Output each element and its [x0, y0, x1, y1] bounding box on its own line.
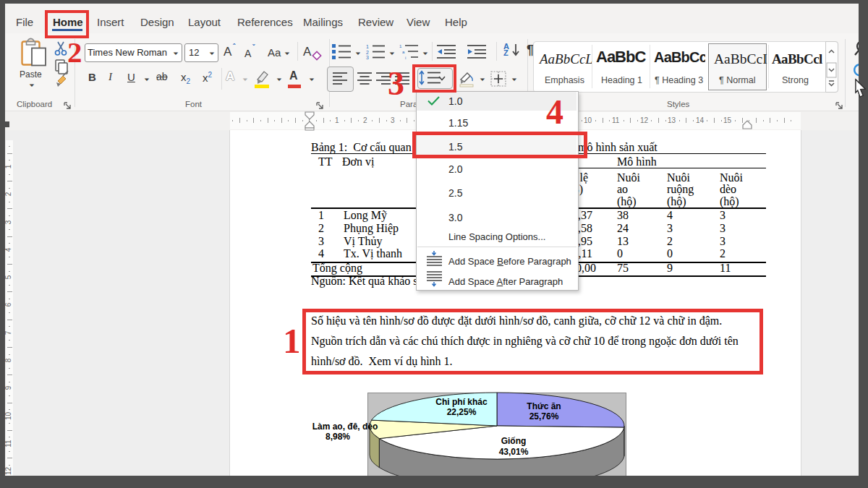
svg-text:22,25%: 22,25%: [447, 407, 477, 417]
svg-text:Làm ao, đê, dèo: Làm ao, đê, dèo: [312, 421, 378, 432]
svg-text:Giống: Giống: [501, 436, 527, 446]
svg-text:Thức ăn: Thức ăn: [527, 401, 561, 411]
svg-text:Chi phí khác: Chi phí khác: [435, 397, 488, 407]
svg-text:8,98%: 8,98%: [326, 432, 350, 442]
svg-text:25,76%: 25,76%: [529, 411, 559, 421]
svg-text:43,01%: 43,01%: [499, 447, 529, 457]
